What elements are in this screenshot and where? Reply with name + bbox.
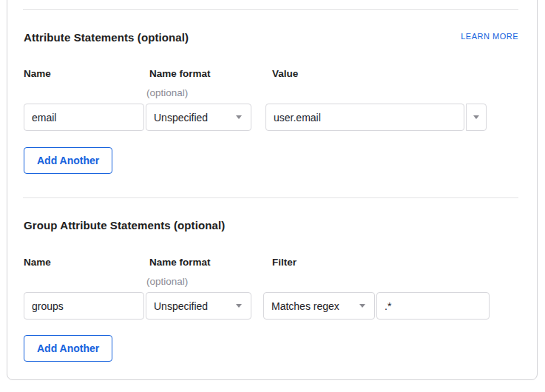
column-header-name-format: Name format xyxy=(149,68,211,79)
add-another-attribute-button[interactable]: Add Another xyxy=(24,147,112,174)
group-attribute-name-format-value: Unspecified xyxy=(154,300,208,312)
column-header-value: Value xyxy=(272,68,298,79)
chevron-down-icon xyxy=(236,115,242,119)
group-filter-type-select[interactable]: Matches regex xyxy=(263,292,375,320)
column-header-name-format: Name format xyxy=(149,257,211,268)
group-attribute-statements-title: Group Attribute Statements (optional) xyxy=(24,219,225,232)
attribute-name-input[interactable] xyxy=(24,104,144,131)
attribute-value-input[interactable] xyxy=(265,104,464,131)
chevron-down-icon xyxy=(236,304,242,308)
attribute-name-format-value: Unspecified xyxy=(154,112,208,124)
section-divider-top xyxy=(23,9,518,10)
column-header-filter: Filter xyxy=(272,257,297,268)
group-filter-type-value: Matches regex xyxy=(271,300,339,312)
chevron-down-icon xyxy=(473,115,479,119)
group-attribute-name-input[interactable] xyxy=(24,292,144,320)
group-filter-value-input[interactable] xyxy=(376,292,490,320)
attribute-statements-title: Attribute Statements (optional) xyxy=(24,31,189,44)
column-header-name-format-note: (optional) xyxy=(146,276,188,287)
saml-settings-card xyxy=(7,0,538,380)
attribute-name-format-select[interactable]: Unspecified xyxy=(146,104,251,131)
section-divider-middle xyxy=(23,197,518,198)
column-header-name: Name xyxy=(24,68,51,79)
column-header-name: Name xyxy=(24,257,51,268)
group-attribute-name-format-select[interactable]: Unspecified xyxy=(146,292,251,320)
add-another-group-attribute-button[interactable]: Add Another xyxy=(24,335,112,362)
attribute-value-dropdown-button[interactable] xyxy=(466,104,487,131)
column-header-name-format-note: (optional) xyxy=(146,87,188,98)
learn-more-link[interactable]: LEARN MORE xyxy=(461,32,518,41)
chevron-down-icon xyxy=(359,304,365,308)
